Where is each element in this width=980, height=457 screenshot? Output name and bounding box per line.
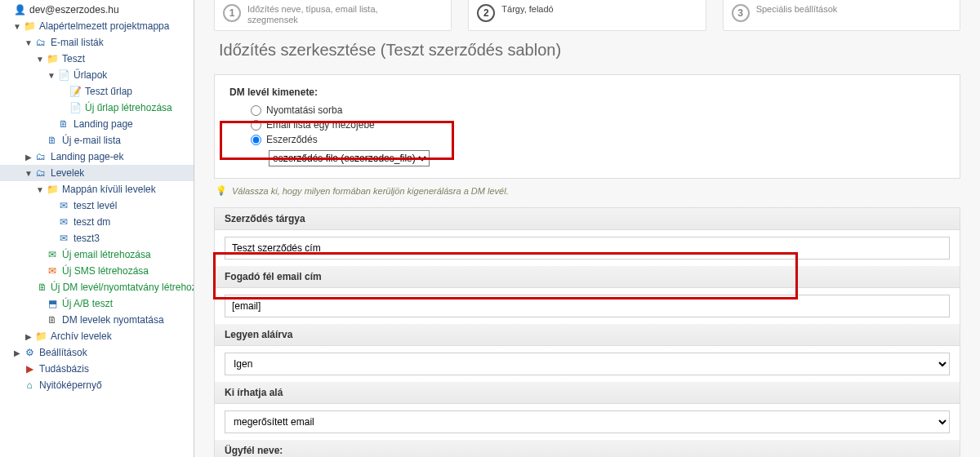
radio-print-queue-label: Nyomtatási sorba [266, 104, 342, 116]
main-content: 1 Időzítés neve, típusa, email lista, sz… [194, 0, 980, 457]
tree-item[interactable]: 🗎Új e-mail lista [0, 132, 194, 149]
tree-item-label: teszt levél [74, 200, 117, 211]
radio-email-field[interactable]: Email lista egy mezőjébe [251, 118, 945, 132]
tree-item[interactable]: ⬒Új A/B teszt [0, 295, 194, 312]
account-email[interactable]: 👤 dev@eszerzodes.hu [0, 2, 194, 18]
output-panel: DM levél kimenete: Nyomtatási sorba Emai… [214, 74, 960, 179]
tree-item-label: Új A/B teszt [62, 298, 113, 309]
radio-print-queue-input[interactable] [251, 105, 261, 116]
form-section: Szerződés tárgya Fogadó fél email cím Le… [214, 207, 960, 457]
tree-item-label: Landing page-ek [51, 151, 123, 162]
tree-item[interactable]: ▶📁Archív levelek [0, 328, 194, 344]
expand-icon[interactable]: ▼ [24, 38, 33, 47]
step-1[interactable]: 1 Időzítés neve, típusa, email lista, sz… [214, 0, 452, 31]
field-ki-irhatja-ala-head: Ki írhatja alá [215, 382, 960, 404]
expand-icon[interactable]: ▼ [47, 71, 56, 80]
tree-item-label: Landing page [74, 118, 133, 130]
tree-icon: ✉ [57, 199, 70, 212]
tree-icon: ⬒ [46, 297, 59, 310]
tree-item-label: Nyitóképernyő [39, 379, 102, 391]
page-title: Időzítés szerkesztése (Teszt szerződés s… [219, 41, 960, 60]
expand-icon[interactable]: ▼ [13, 22, 21, 31]
tree-icon: 📄 [69, 101, 82, 114]
step-3[interactable]: 3 Speciális beállítások [723, 0, 960, 31]
field-legyen-alairva-head: Legyen aláírva [215, 324, 960, 346]
tree-item[interactable]: ▼📄Űrlapok [0, 67, 194, 83]
tree-item[interactable]: ✉teszt3 [0, 230, 194, 246]
step-2[interactable]: 2 Tárgy, feladó [468, 0, 706, 31]
tree-icon: ✉ [57, 232, 70, 245]
tree-item[interactable]: ✉Új email létrehozása [0, 246, 194, 263]
account-label: dev@eszerzodes.hu [29, 4, 119, 16]
tree-item-label: Alapértelmezett projektmappa [39, 20, 169, 32]
tree-item[interactable]: ▶⚙Beállítások [0, 344, 194, 361]
tree-item-label: teszt dm [74, 216, 110, 228]
tree-item-label: Beállítások [39, 347, 87, 358]
field-szerzodes-targya-input[interactable] [225, 237, 950, 260]
radio-eszerzodes-input[interactable] [251, 135, 261, 145]
expand-icon[interactable]: ▶ [24, 332, 33, 341]
tree-icon: 🗎 [38, 281, 47, 294]
tree-item-label: Tudásbázis [39, 363, 89, 375]
expand-icon[interactable]: ▼ [24, 169, 33, 178]
radio-email-field-label: Email lista egy mezőjébe [266, 119, 375, 131]
tree-item-label: Új űrlap létrehozása [85, 102, 172, 113]
tree-item[interactable]: ▼📁Alapértelmezett projektmappa [0, 18, 194, 34]
step-1-line2: szegmensek [247, 15, 378, 25]
tree-item[interactable]: ✉teszt levél [0, 197, 194, 214]
tree-icon: 🗎 [46, 313, 59, 326]
tree-item[interactable]: ▶🗂Landing page-ek [0, 149, 194, 165]
radio-eszerzodes[interactable]: Eszerződés [251, 132, 945, 147]
tree-item[interactable]: ▼📁Teszt [0, 51, 194, 67]
tree-icon: ✉ [57, 215, 70, 228]
sidebar: 👤 dev@eszerzodes.hu ▼📁Alapértelmezett pr… [0, 0, 194, 457]
step-2-line1: Tárgy, feladó [501, 4, 553, 15]
tree-icon: 📝 [69, 85, 82, 98]
radio-print-queue[interactable]: Nyomtatási sorba [251, 103, 945, 118]
field-legyen-alairva-select[interactable]: Igen [225, 353, 950, 375]
step-2-number: 2 [477, 4, 495, 22]
nav-tree: ▼📁Alapértelmezett projektmappa▼🗂E-mail l… [0, 18, 194, 393]
tree-item-label: Új e-mail lista [62, 135, 121, 146]
tree-icon: 📁 [34, 330, 47, 343]
tree-icon: 📁 [23, 20, 36, 33]
tree-item[interactable]: ▶Tudásbázis [0, 361, 194, 377]
tree-item[interactable]: ▼🗂Levelek [0, 165, 194, 181]
tree-icon: 🗎 [57, 118, 70, 131]
tree-item[interactable]: ▼🗂E-mail listák [0, 34, 194, 51]
tree-item[interactable]: 🗎Landing page [0, 116, 194, 132]
tree-item[interactable]: 🗎DM levelek nyomtatása [0, 312, 194, 328]
bulb-icon: 💡 [216, 185, 227, 196]
radio-email-field-input[interactable] [251, 120, 261, 131]
expand-icon[interactable]: ▼ [36, 185, 44, 194]
field-fogado-email-head: Fogadó fél email cím [215, 266, 960, 288]
eszerzodes-file-select[interactable]: eszerződés file (eszerzodes_file) [269, 150, 430, 166]
tree-item[interactable]: ⌂Nyitóképernyő [0, 377, 194, 393]
tree-icon: ✉ [46, 264, 59, 277]
tree-icon: 🗎 [46, 134, 59, 147]
expand-icon[interactable]: ▶ [13, 348, 21, 357]
field-fogado-email-input[interactable] [225, 295, 950, 317]
tree-item[interactable]: ✉teszt dm [0, 214, 194, 230]
tree-item[interactable]: ✉Új SMS létrehozása [0, 263, 194, 279]
step-1-number: 1 [223, 4, 241, 22]
tree-item[interactable]: ▼📁Mappán kívüli levelek [0, 181, 194, 197]
tree-icon: 📁 [46, 52, 59, 65]
tree-icon: 📄 [57, 69, 70, 82]
tree-item-label: Teszt [62, 53, 85, 64]
expand-icon[interactable]: ▶ [24, 153, 33, 162]
field-ugyfel-neve-head: Ügyfél neve: [215, 440, 960, 457]
hint-row: 💡 Válassza ki, hogy milyen formában kerü… [216, 185, 960, 196]
tree-item-label: Új SMS létrehozása [62, 265, 149, 277]
tree-item-label: Új DM levél/nyomtatvány létrehozása [51, 282, 194, 293]
tree-item[interactable]: 📄Új űrlap létrehozása [0, 100, 194, 116]
tree-icon: 🗂 [34, 36, 47, 49]
tree-icon: ▶ [23, 362, 36, 375]
radio-eszerzodes-label: Eszerződés [266, 134, 318, 145]
tree-item[interactable]: 📝Teszt űrlap [0, 83, 194, 100]
tree-item-label: Új email létrehozása [62, 249, 151, 260]
tree-item[interactable]: 🗎Új DM levél/nyomtatvány létrehozása [0, 279, 194, 295]
expand-icon[interactable]: ▼ [36, 55, 44, 64]
tree-icon: ⌂ [23, 379, 36, 392]
field-ki-irhatja-ala-select[interactable]: megerősített email [225, 410, 950, 433]
